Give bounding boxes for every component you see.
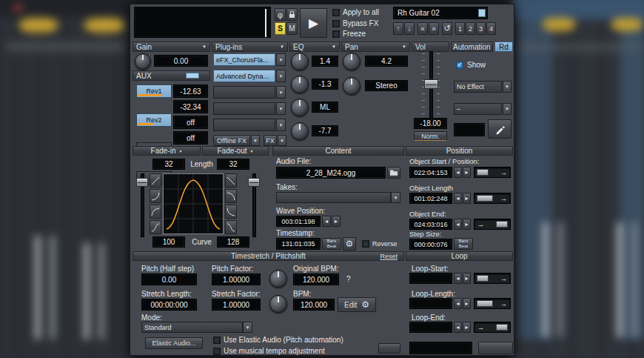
plugin-slot-2-dropdown[interactable]: ▼ <box>276 70 286 82</box>
original-bpm-field[interactable]: 120.000 <box>293 274 339 285</box>
chevron-down-icon[interactable]: ▼ <box>202 44 207 49</box>
fade-in-curve-field[interactable]: 100 <box>152 236 185 248</box>
automation-effect-dropdown[interactable]: No Effect <box>454 81 502 93</box>
fader-handle[interactable] <box>424 79 438 89</box>
fade-out-length-field[interactable]: 32 <box>217 159 249 170</box>
loop-end-increment-button[interactable]: ► <box>463 322 471 333</box>
pan-knob[interactable] <box>343 53 360 70</box>
apply-to-all-checkbox[interactable]: Apply to all <box>332 8 379 16</box>
plugin-slot-5[interactable] <box>213 119 275 131</box>
loop-info-display[interactable] <box>409 342 472 354</box>
fx-button[interactable]: FX <box>264 135 277 146</box>
plugin-slot-2[interactable]: Advanced Dyna... <box>213 70 275 82</box>
apply-to-all-box[interactable] <box>332 9 340 16</box>
object-start-drag-widget[interactable]: → <box>474 167 511 178</box>
gain-value-field[interactable]: 0.00 <box>154 55 208 67</box>
track-name-display[interactable]: Rh Guitar 02 <box>393 7 488 19</box>
plugin-slot-4[interactable] <box>213 102 275 115</box>
wave-position-field[interactable]: 003:01:198 <box>276 216 321 227</box>
bpm-edit-button[interactable]: Edit ⚙ <box>338 297 376 312</box>
loop-start-decrement-button[interactable]: ◄ <box>454 273 462 284</box>
bypass-fx-checkbox[interactable]: Bypass FX <box>332 19 378 27</box>
pan-mode-knob[interactable] <box>343 77 360 95</box>
plugin-slot-3-dropdown[interactable]: ▼ <box>276 86 286 99</box>
eq-band-3-knob[interactable] <box>291 99 309 116</box>
loop-end-field[interactable] <box>409 322 452 333</box>
takes-dropdown-arrow[interactable]: ▼ <box>391 192 400 203</box>
stretch-length-field[interactable]: 000:00:000 <box>141 299 197 311</box>
drag-handle[interactable] <box>496 221 508 228</box>
fade-in-curve-scurve-button[interactable] <box>150 220 161 234</box>
preset-1-button[interactable]: 1 <box>455 22 465 35</box>
loop-length-field[interactable] <box>409 298 452 309</box>
fade-in-tab[interactable]: Fade-in▼ <box>133 146 201 156</box>
freeze-box[interactable] <box>332 30 340 38</box>
loop-length-decrement-button[interactable]: ◄ <box>454 298 462 309</box>
mute-button[interactable]: M <box>286 22 298 35</box>
bpm-knob[interactable] <box>269 295 287 313</box>
gain-knob[interactable] <box>135 53 151 70</box>
object-length-decrement-button[interactable]: ◄ <box>454 193 462 204</box>
loop-start-field[interactable] <box>409 273 452 284</box>
fade-out-fader[interactable] <box>247 173 261 237</box>
plugin-slot-1-dropdown[interactable]: ▼ <box>276 53 286 66</box>
mode-dropdown-arrow[interactable]: ▼ <box>243 322 252 333</box>
plugin-slot-1[interactable]: eFX_ChorusFla... <box>213 53 275 66</box>
freeze-checkbox[interactable]: Freeze <box>332 30 366 38</box>
previous-object-button[interactable]: « <box>417 22 428 35</box>
normalize-button[interactable]: Norm. <box>414 131 447 141</box>
loop-end-drag-widget[interactable]: → <box>474 322 511 333</box>
fade-in-curve-concave-button[interactable] <box>150 189 161 203</box>
object-start-increment-button[interactable]: ► <box>463 167 471 178</box>
aux-send-4-value-field[interactable]: off <box>173 131 208 145</box>
mode-dropdown[interactable]: Standard <box>141 322 243 333</box>
object-length-drag-widget[interactable]: → <box>474 193 511 204</box>
show-automation-box[interactable]: ✓ <box>456 62 463 69</box>
automation-parameter-dropdown-arrow[interactable]: ▼ <box>503 103 511 115</box>
object-start-field[interactable]: 022:04:153 <box>409 167 452 178</box>
play-button[interactable]: ▶ <box>300 8 327 38</box>
automation-value-display[interactable] <box>454 123 485 136</box>
fade-out-curve-field[interactable]: 128 <box>217 236 249 248</box>
preset-2-button[interactable]: 2 <box>466 22 475 35</box>
offline-fx-dropdown[interactable]: ▼ <box>251 135 260 146</box>
plugin-slot-3[interactable] <box>213 86 275 99</box>
object-length-increment-button[interactable]: ► <box>463 193 471 204</box>
eq-band-1-knob[interactable] <box>291 53 309 70</box>
aux-send-1-value-field[interactable]: -12.63 <box>173 84 208 98</box>
timestamp-settings-button[interactable]: ⚙ <box>343 237 356 251</box>
offline-fx-button[interactable]: Offline FX <box>213 135 250 146</box>
use-musical-checkbox[interactable]: Use musical tempo adjustment <box>213 347 325 355</box>
fade-out-curve-linear-button[interactable] <box>225 173 237 188</box>
eq-band-2-knob[interactable] <box>291 76 309 93</box>
drag-handle[interactable] <box>477 275 489 282</box>
wave-position-increment-button[interactable]: ► <box>332 216 341 227</box>
preset-3-button[interactable]: 3 <box>476 22 486 35</box>
automation-draw-button[interactable] <box>488 119 511 139</box>
drag-handle[interactable] <box>477 169 489 176</box>
bpm-help-label[interactable]: ? <box>346 275 351 283</box>
fade-in-fader[interactable] <box>135 173 149 237</box>
eq-band-2-value-field[interactable]: -1.3 <box>312 79 338 90</box>
undo-button[interactable]: ↺ <box>442 22 452 35</box>
fade-out-curve-concave-button[interactable] <box>225 189 237 203</box>
fade-out-curve-scurve-button[interactable] <box>225 220 237 234</box>
use-elastic-checkbox[interactable]: Use Elastic Audio (Pitch automation) <box>213 336 343 344</box>
eq-band-1-value-field[interactable]: 1.4 <box>312 56 338 67</box>
loop-end-decrement-button[interactable]: ◄ <box>454 322 462 333</box>
aux-send-3-value-field[interactable]: off <box>173 116 208 129</box>
takes-dropdown[interactable] <box>276 192 391 203</box>
reverse-box[interactable] <box>362 240 369 248</box>
plugin-slot-5-dropdown[interactable]: ▼ <box>276 119 286 131</box>
reverse-checkbox[interactable]: Reverse <box>362 240 398 248</box>
read-automation-button[interactable]: Rd <box>494 42 513 52</box>
volume-fader[interactable] <box>422 51 440 119</box>
eq-band-4-knob[interactable] <box>291 122 309 140</box>
object-end-increment-button[interactable]: ► <box>463 219 471 230</box>
bpm-field[interactable]: 120.000 <box>293 299 335 311</box>
drag-handle[interactable] <box>477 300 493 307</box>
object-end-drag-widget[interactable]: → <box>474 219 511 230</box>
loop-start-increment-button[interactable]: ► <box>463 273 471 284</box>
show-automation-checkbox[interactable]: ✓ Show <box>456 61 486 69</box>
reset-link[interactable]: Reset <box>380 253 398 260</box>
